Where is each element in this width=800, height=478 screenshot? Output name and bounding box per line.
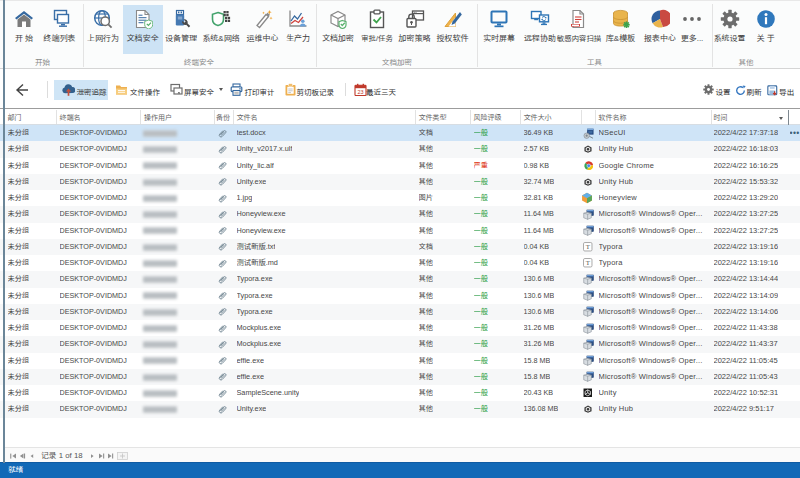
svg-text:23: 23 bbox=[357, 89, 363, 95]
